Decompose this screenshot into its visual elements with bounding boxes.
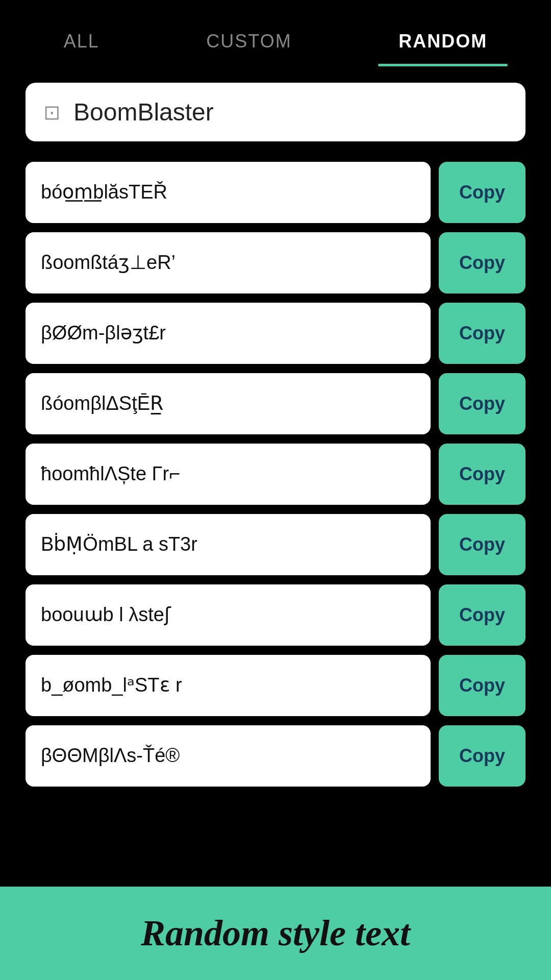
result-text: ßoomßtáʒ⊥eR’ — [41, 250, 176, 275]
tab-bar: ALL CUSTOM RANDOM — [0, 0, 551, 62]
table-row: ħoomħlΛȘte Γr⌐ Copy — [26, 444, 525, 505]
copy-button-2[interactable]: Copy — [439, 232, 525, 293]
tab-random[interactable]: RANDOM — [378, 20, 508, 62]
result-text: b_øomb_lᵃSTɛ r — [41, 673, 182, 698]
tab-all[interactable]: ALL — [43, 20, 120, 62]
result-text: bóo͟m͟blăsTEŘ — [41, 180, 167, 205]
footer-banner: Random style text — [0, 887, 551, 980]
table-row: b_øomb_lᵃSTɛ r Copy — [26, 655, 525, 716]
copy-button-8[interactable]: Copy — [439, 655, 525, 716]
results-list: bóo͟m͟blăsTEŘ Copy ßoomßtáʒ⊥eR’ Copy βØØ… — [0, 162, 551, 887]
footer-text: Random style text — [141, 913, 410, 953]
result-text-box: BḃṂÖmBL a sT3r — [26, 514, 431, 575]
result-text: βØØm-βləʒt£r — [41, 321, 166, 346]
copy-button-5[interactable]: Copy — [439, 444, 525, 505]
table-row: βΘΘMβlΛs-Ťé® Copy — [26, 725, 525, 787]
copy-button-9[interactable]: Copy — [439, 725, 525, 787]
copy-button-4[interactable]: Copy — [439, 373, 525, 434]
result-text-box: ħoomħlΛȘte Γr⌐ — [26, 444, 431, 505]
result-text-box: ßóomβlΔSţĒR̲ — [26, 373, 431, 434]
result-text: boouɯb l λsteʃ — [41, 602, 171, 627]
text-input[interactable] — [73, 98, 508, 126]
text-icon: ⊡ — [43, 101, 61, 124]
table-row: ßóomβlΔSţĒR̲ Copy — [26, 373, 525, 434]
result-text: BḃṂÖmBL a sT3r — [41, 532, 197, 557]
tab-custom[interactable]: CUSTOM — [186, 20, 312, 62]
result-text: ħoomħlΛȘte Γr⌐ — [41, 461, 180, 486]
result-text-box: βØØm-βləʒt£r — [26, 303, 431, 364]
copy-button-6[interactable]: Copy — [439, 514, 525, 575]
result-text-box: βΘΘMβlΛs-Ťé® — [26, 725, 431, 787]
input-container: ⊡ — [26, 83, 525, 141]
table-row: boouɯb l λsteʃ Copy — [26, 584, 525, 646]
table-row: bóo͟m͟blăsTEŘ Copy — [26, 162, 525, 223]
result-text: βΘΘMβlΛs-Ťé® — [41, 743, 180, 768]
table-row: BḃṂÖmBL a sT3r Copy — [26, 514, 525, 575]
result-text-box: ßoomßtáʒ⊥eR’ — [26, 232, 431, 293]
copy-button-1[interactable]: Copy — [439, 162, 525, 223]
result-text-box: bóo͟m͟blăsTEŘ — [26, 162, 431, 223]
result-text-box: b_øomb_lᵃSTɛ r — [26, 655, 431, 716]
copy-button-7[interactable]: Copy — [439, 584, 525, 646]
table-row: ßoomßtáʒ⊥eR’ Copy — [26, 232, 525, 293]
copy-button-3[interactable]: Copy — [439, 303, 525, 364]
result-text-box: boouɯb l λsteʃ — [26, 584, 431, 646]
table-row: βØØm-βləʒt£r Copy — [26, 303, 525, 364]
result-text: ßóomβlΔSţĒR̲ — [41, 391, 163, 416]
